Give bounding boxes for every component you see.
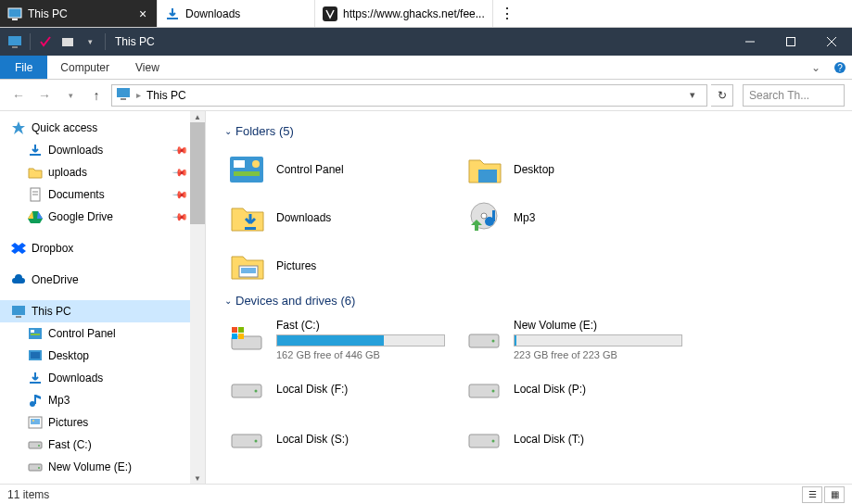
sidebar-item-controlpanel[interactable]: Control Panel: [0, 322, 205, 345]
browser-tab-downloads[interactable]: Downloads: [158, 0, 315, 27]
sidebar-item-newvolumee[interactable]: New Volume (E:): [0, 456, 205, 478]
drive-fast-c[interactable]: Fast (C:) 162 GB free of 446 GB: [224, 317, 452, 361]
refresh-button[interactable]: ↻: [711, 84, 733, 107]
scrollbar-thumb[interactable]: [190, 122, 205, 224]
svg-text:?: ?: [837, 63, 843, 73]
monitor-icon: [11, 304, 26, 319]
recent-locations-button[interactable]: ▾: [59, 84, 82, 107]
svg-rect-37: [234, 160, 245, 168]
status-bar: 11 items ☰ ▦: [0, 484, 852, 504]
sidebar-onedrive[interactable]: OneDrive: [0, 269, 205, 291]
close-button[interactable]: [811, 28, 852, 56]
sidebar-item-pictures[interactable]: Pictures: [0, 411, 205, 434]
svg-rect-13: [117, 88, 130, 97]
sidebar-item-uploads[interactable]: uploads 📌: [0, 161, 205, 183]
svg-rect-32: [29, 442, 42, 448]
download-icon: [28, 371, 43, 385]
browser-tab-thispc[interactable]: This PC ×: [0, 0, 158, 27]
svg-rect-1: [12, 19, 18, 20]
details-view-button[interactable]: ☰: [802, 486, 822, 503]
sidebar-this-pc[interactable]: This PC: [0, 300, 205, 322]
drive-icon: [464, 423, 504, 455]
svg-point-33: [38, 445, 40, 447]
forward-button[interactable]: →: [33, 84, 56, 107]
svg-rect-51: [232, 334, 237, 339]
vivaldi-icon: [323, 6, 337, 21]
properties-icon[interactable]: [36, 32, 55, 51]
minimize-button[interactable]: [730, 28, 770, 56]
download-icon: [165, 6, 180, 21]
sidebar-scrollbar[interactable]: ▲ ▼: [190, 111, 205, 484]
sidebar-item-downloads2[interactable]: Downloads: [0, 367, 205, 389]
sidebar-item-fastc[interactable]: Fast (C:): [0, 434, 205, 456]
sidebar-item-googledrive[interactable]: Google Drive 📌: [0, 206, 205, 228]
folder-icon: [28, 165, 43, 180]
sidebar-quick-access[interactable]: Quick access: [0, 117, 205, 139]
search-input[interactable]: [749, 89, 838, 102]
chevron-icon[interactable]: ▸: [136, 90, 141, 100]
group-folders-header[interactable]: ⌄ Folders (5): [224, 124, 852, 138]
folder-mp3[interactable]: Mp3: [462, 195, 690, 240]
drive-localdisk-s[interactable]: Local Disk (S:): [224, 417, 452, 461]
icons-view-button[interactable]: ▦: [824, 486, 845, 503]
sidebar-item-documents[interactable]: Documents 📌: [0, 183, 205, 206]
ribbon-view-tab[interactable]: View: [122, 56, 172, 79]
pictures-folder-icon: [226, 246, 267, 286]
browser-tab-url[interactable]: https://www.ghacks.net/fee...: [315, 0, 493, 27]
newfolder-icon[interactable]: [58, 32, 77, 51]
drive-newvolume-e[interactable]: New Volume (E:) 223 GB free of 223 GB: [462, 317, 690, 361]
sidebar-dropbox[interactable]: Dropbox: [0, 237, 205, 259]
pin-icon: 📌: [171, 208, 188, 225]
tab-menu-button[interactable]: ⋮: [493, 0, 521, 27]
window-title: This PC: [115, 35, 155, 48]
pin-icon: 📌: [171, 163, 188, 181]
browser-tab-strip: This PC × Downloads https://www.ghacks.n…: [0, 0, 852, 28]
svg-rect-2: [167, 18, 178, 19]
address-bar[interactable]: ▸ This PC ▾: [111, 84, 707, 107]
search-box[interactable]: [743, 84, 845, 107]
folder-control-panel[interactable]: Control Panel: [224, 147, 452, 192]
drive-localdisk-p[interactable]: Local Disk (P:): [462, 367, 690, 411]
svg-rect-50: [238, 327, 244, 333]
svg-rect-45: [475, 221, 478, 231]
chevron-down-icon: ⌄: [224, 126, 232, 136]
group-drives-header[interactable]: ⌄ Devices and drives (6): [224, 294, 852, 308]
up-button[interactable]: ↑: [85, 84, 108, 107]
svg-rect-30: [31, 419, 40, 424]
folder-pictures[interactable]: Pictures: [224, 244, 452, 288]
svg-rect-49: [232, 327, 237, 333]
quickaccess-chevron-icon[interactable]: ▾: [81, 32, 99, 51]
svg-rect-5: [12, 46, 18, 48]
help-button[interactable]: ?: [828, 56, 852, 79]
pin-icon: 📌: [171, 185, 188, 203]
svg-rect-38: [234, 171, 260, 176]
scroll-down-icon[interactable]: ▼: [190, 472, 205, 484]
drive-icon: [226, 373, 267, 405]
svg-rect-28: [34, 395, 36, 404]
drive-localdisk-t[interactable]: Local Disk (T:): [462, 417, 690, 461]
svg-point-54: [492, 340, 495, 343]
monitor-icon: [6, 32, 24, 51]
sidebar-item-desktop[interactable]: Desktop: [0, 345, 205, 367]
close-icon[interactable]: ×: [136, 7, 149, 20]
ribbon-expand-button[interactable]: ⌄: [804, 56, 828, 79]
svg-point-39: [252, 160, 260, 168]
back-button[interactable]: ←: [7, 84, 30, 107]
address-dropdown-button[interactable]: ▾: [682, 85, 703, 106]
maximize-button[interactable]: [770, 28, 811, 56]
breadcrumb-thispc[interactable]: This PC: [146, 89, 186, 102]
svg-rect-44: [492, 210, 495, 221]
svg-point-35: [38, 467, 40, 469]
sidebar-item-mp3[interactable]: Mp3: [0, 389, 205, 411]
drive-localdisk-f[interactable]: Local Disk (F:): [224, 367, 452, 411]
scroll-up-icon[interactable]: ▲: [190, 111, 205, 122]
ribbon-file-tab[interactable]: File: [0, 56, 47, 79]
ribbon-computer-tab[interactable]: Computer: [47, 56, 122, 79]
tab-title: Downloads: [185, 7, 307, 20]
folder-desktop[interactable]: Desktop: [462, 147, 690, 192]
svg-rect-4: [8, 36, 21, 45]
folder-downloads[interactable]: Downloads: [224, 195, 452, 240]
sidebar-item-downloads[interactable]: Downloads 📌: [0, 139, 205, 161]
svg-point-62: [492, 440, 495, 443]
capacity-bar: [514, 334, 682, 346]
